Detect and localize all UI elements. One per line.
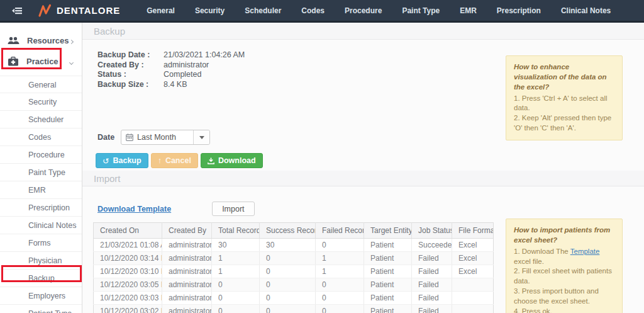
nav-item-security[interactable]: Security bbox=[185, 6, 235, 15]
table-cell: Excel bbox=[452, 265, 494, 278]
column-header: File Format bbox=[452, 223, 494, 239]
nav-more-dropdown[interactable] bbox=[640, 9, 644, 12]
chevron-down-icon bbox=[70, 57, 73, 66]
import-button[interactable]: Import bbox=[212, 202, 254, 216]
cancel-button-label: Cancel bbox=[165, 156, 191, 165]
nav-item-codes[interactable]: Codes bbox=[291, 6, 335, 15]
nav-item-procedure[interactable]: Procedure bbox=[335, 6, 392, 15]
table-cell: 21/03/2021 01:08 AM bbox=[94, 239, 162, 252]
backup-size-value: 8.4 KB bbox=[164, 80, 187, 90]
backup-date-label: Backup Date : bbox=[97, 50, 164, 60]
table-row: 21/03/2021 01:08 AMadministrator30300Pat… bbox=[94, 239, 494, 252]
sidebar-item-backup[interactable]: Backup bbox=[0, 270, 82, 287]
table-cell: Patient bbox=[364, 292, 412, 305]
brand-logo[interactable]: DENTALORE bbox=[38, 4, 120, 18]
cancel-button[interactable]: ↑ Cancel bbox=[151, 153, 198, 168]
backup-date-value: 21/03/2021 1:04:26 AM bbox=[164, 50, 245, 60]
table-cell: 1 bbox=[316, 252, 364, 265]
nav-item-general[interactable]: General bbox=[136, 6, 185, 15]
sidebar-toggle-button[interactable] bbox=[9, 6, 23, 15]
sidebar-group-practice[interactable]: Practice bbox=[0, 51, 82, 72]
sidebar: Resources Practice General Security Sche… bbox=[0, 23, 82, 313]
table-cell: administrator bbox=[162, 265, 212, 278]
download-button[interactable]: Download bbox=[201, 153, 263, 168]
help-note-line: 1. Download The Template excel file. bbox=[514, 247, 614, 267]
sidebar-item-security[interactable]: Security bbox=[0, 93, 82, 111]
table-cell bbox=[452, 305, 494, 313]
table-row: 10/12/2020 03:14 PMadministrator101Patie… bbox=[94, 252, 494, 265]
table-cell: 0 bbox=[316, 292, 364, 305]
table-cell: 0 bbox=[316, 239, 364, 252]
table-row: 10/12/2020 03:05 PMadministrator000Patie… bbox=[94, 278, 494, 292]
import-table-body: 21/03/2021 01:08 AMadministrator30300Pat… bbox=[94, 239, 494, 313]
help-note-line: 4. Press ok. bbox=[514, 307, 614, 313]
table-cell bbox=[452, 278, 494, 292]
sidebar-item-general[interactable]: General bbox=[0, 76, 82, 93]
table-cell: 30 bbox=[212, 239, 260, 252]
backup-button-label: Backup bbox=[113, 156, 141, 165]
help-note-line: 2. Fill excel sheet with patients data. bbox=[514, 266, 614, 287]
table-row: 10/12/2020 03:02 PMadministrator000Patie… bbox=[94, 305, 494, 313]
table-row: 10/12/2020 03:03 PMadministrator000Patie… bbox=[94, 292, 494, 305]
sidebar-item-physician[interactable]: Physician bbox=[0, 252, 82, 270]
sidebar-item-forms[interactable]: Forms bbox=[0, 234, 82, 252]
calendar-icon bbox=[126, 134, 133, 141]
caret-down-icon bbox=[199, 136, 204, 139]
template-link[interactable]: Template bbox=[570, 248, 600, 255]
table-cell: 10/12/2020 03:10 PM bbox=[94, 265, 162, 278]
sidebar-group-resources[interactable]: Resources bbox=[0, 30, 82, 51]
table-header-row: Created OnCreated ByTotal RecordsSuccess… bbox=[94, 223, 494, 239]
table-cell: 0 bbox=[260, 278, 316, 292]
table-cell: Patient bbox=[364, 239, 412, 252]
date-select-dropdown-button[interactable] bbox=[193, 130, 209, 144]
column-header: Total Records bbox=[212, 223, 260, 239]
arrow-up-icon: ↑ bbox=[158, 156, 162, 165]
users-icon bbox=[8, 37, 19, 45]
table-cell: Failed bbox=[412, 278, 452, 292]
sidebar-group-label: Practice bbox=[26, 57, 58, 66]
sidebar-item-emr[interactable]: EMR bbox=[0, 181, 82, 199]
help-note-line: 1. Press 'Ctrl + A' to select all data. bbox=[514, 94, 614, 114]
column-header: Success Records bbox=[260, 223, 316, 239]
download-template-link[interactable]: Download Template bbox=[97, 205, 171, 213]
table-cell: Excel bbox=[452, 252, 494, 265]
nav-item-prescription[interactable]: Prescription bbox=[487, 6, 551, 15]
sidebar-item-codes[interactable]: Codes bbox=[0, 128, 82, 146]
sidebar-item-procedure[interactable]: Procedure bbox=[0, 146, 82, 164]
table-cell: Patient bbox=[364, 252, 412, 265]
nav-item-scheduler[interactable]: Scheduler bbox=[235, 6, 291, 15]
sidebar-item-employers[interactable]: Employers bbox=[0, 287, 82, 305]
sidebar-item-paint-type[interactable]: Paint Type bbox=[0, 164, 82, 181]
table-cell bbox=[452, 292, 494, 305]
created-by-value: administrator bbox=[164, 60, 209, 71]
sidebar-item-scheduler[interactable]: Scheduler bbox=[0, 111, 82, 128]
import-actions: Download Template Import bbox=[82, 202, 644, 216]
table-cell: 10/12/2020 03:14 PM bbox=[94, 252, 162, 265]
nav-item-clinical-notes[interactable]: Clinical Notes bbox=[551, 6, 621, 15]
sidebar-item-prescription[interactable]: Prescription bbox=[0, 199, 82, 217]
table-cell: Failed bbox=[412, 252, 452, 265]
column-header: Target Entity bbox=[364, 223, 412, 239]
table-cell: 1 bbox=[316, 265, 364, 278]
table-cell: administrator bbox=[162, 252, 212, 265]
table-cell: 1 bbox=[212, 252, 260, 265]
backup-button[interactable]: ↺ Backup bbox=[96, 153, 148, 168]
sidebar-item-clinical-notes[interactable]: Clinical Notes bbox=[0, 217, 82, 234]
table-cell: Succeeded bbox=[412, 239, 452, 252]
column-header: Failed Records bbox=[316, 223, 364, 239]
table-cell: Failed bbox=[412, 265, 452, 278]
table-row: 10/12/2020 03:10 PMadministrator101Patie… bbox=[94, 265, 494, 278]
nav-item-emr[interactable]: EMR bbox=[450, 6, 487, 15]
table-cell: 1 bbox=[212, 265, 260, 278]
table-cell: administrator bbox=[162, 305, 212, 313]
date-range-select[interactable]: Last Month bbox=[121, 130, 210, 145]
main-menu: General Security Scheduler Codes Procedu… bbox=[136, 6, 644, 15]
import-table-head: Created OnCreated ByTotal RecordsSuccess… bbox=[94, 223, 494, 239]
status-label: Status : bbox=[97, 70, 164, 80]
sidebar-item-patient-type[interactable]: Patient Type bbox=[0, 305, 82, 313]
import-history-table: Created OnCreated ByTotal RecordsSuccess… bbox=[93, 222, 493, 313]
nav-item-paint-type[interactable]: Paint Type bbox=[392, 6, 450, 15]
table-cell: administrator bbox=[162, 292, 212, 305]
table-cell: Failed bbox=[412, 305, 452, 313]
help-line-text: excel file. bbox=[514, 258, 544, 265]
